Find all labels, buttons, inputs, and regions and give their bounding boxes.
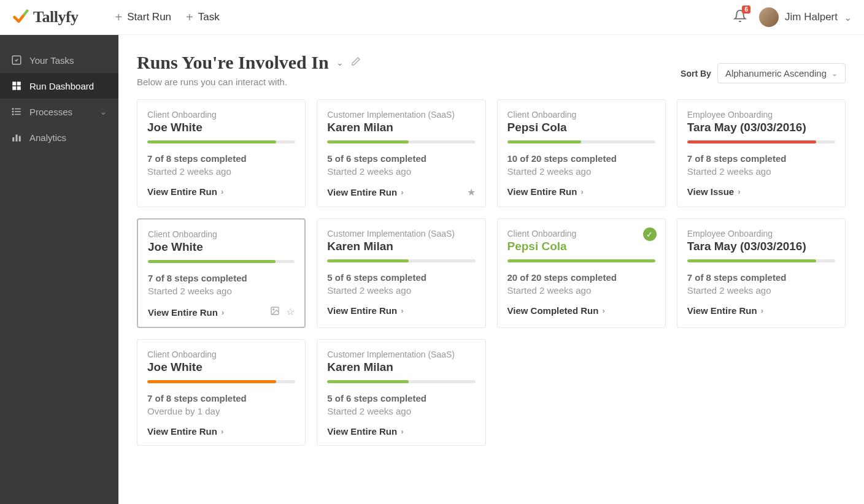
view-run-link[interactable]: View Entire Run ›: [148, 307, 224, 318]
run-started: Started 2 weeks ago: [327, 406, 475, 416]
run-category: Client Onboarding: [507, 110, 655, 120]
run-started: Started 2 weeks ago: [148, 286, 295, 296]
run-card[interactable]: Customer Implementation (SaaS) Karen Mil…: [317, 339, 485, 446]
sort-label: Sort By: [681, 69, 711, 78]
chevron-down-icon: ⌄: [831, 69, 838, 78]
sidebar-item-label: Run Dashboard: [29, 81, 94, 91]
chevron-right-icon: ›: [401, 306, 403, 315]
header-actions: + Start Run + Task: [115, 10, 220, 25]
view-run-link[interactable]: View Issue ›: [687, 186, 741, 197]
run-card[interactable]: Client Onboarding Pepsi Cola 10 of 20 st…: [497, 99, 666, 207]
run-title: Joe White: [147, 361, 295, 374]
svg-point-8: [12, 109, 14, 110]
svg-rect-4: [17, 86, 21, 90]
chevron-down-icon[interactable]: ⌄: [336, 58, 344, 67]
sidebar-item-analytics[interactable]: Analytics: [0, 124, 118, 150]
avatar: [759, 7, 779, 27]
image-icon[interactable]: [270, 306, 280, 318]
run-card[interactable]: Employee Onboarding Tara May (03/03/2016…: [677, 99, 846, 207]
run-category: Customer Implementation (SaaS): [327, 110, 475, 120]
run-steps: 5 of 6 steps completed: [327, 272, 475, 283]
progress-bar: [507, 140, 655, 143]
view-run-link[interactable]: View Entire Run ›: [687, 305, 763, 316]
sidebar-item-processes[interactable]: Processes ⌄: [0, 99, 118, 124]
sidebar-item-your-tasks[interactable]: Your Tasks: [0, 47, 118, 73]
run-category: Client Onboarding: [147, 110, 295, 120]
plus-icon: +: [115, 10, 123, 25]
sidebar-item-label: Processes: [29, 107, 72, 117]
run-card[interactable]: ✓ Client Onboarding Pepsi Cola 20 of 20 …: [497, 218, 666, 328]
header: Tallyfy + Start Run + Task 6 Jim Halpert: [0, 0, 864, 35]
run-title: Joe White: [148, 240, 295, 254]
run-steps: 7 of 8 steps completed: [147, 393, 295, 403]
check-square-icon: [11, 55, 22, 66]
chevron-right-icon: ›: [222, 308, 224, 317]
run-category: Client Onboarding: [148, 229, 295, 239]
start-run-button[interactable]: + Start Run: [115, 10, 172, 25]
svg-rect-12: [16, 135, 18, 142]
progress-bar: [687, 140, 835, 143]
view-run-link[interactable]: View Entire Run ›: [327, 187, 403, 197]
sidebar-item-run-dashboard[interactable]: Run Dashboard: [0, 73, 118, 99]
sidebar-item-label: Analytics: [29, 132, 66, 143]
run-started: Started 2 weeks ago: [327, 285, 475, 296]
run-card[interactable]: Customer Implementation (SaaS) Karen Mil…: [317, 218, 485, 328]
svg-rect-11: [12, 137, 14, 142]
view-run-link[interactable]: View Entire Run ›: [507, 186, 584, 197]
chevron-right-icon: ›: [738, 187, 740, 196]
sort-select[interactable]: Alphanumeric Ascending ⌄: [717, 63, 846, 83]
start-run-label: Start Run: [127, 11, 171, 23]
svg-rect-3: [12, 86, 16, 90]
run-title: Pepsi Cola: [507, 121, 655, 134]
run-title: Pepsi Cola: [507, 240, 655, 253]
task-button[interactable]: + Task: [186, 10, 220, 25]
grid-icon: [11, 80, 22, 91]
view-run-label: View Entire Run: [327, 187, 397, 197]
chevron-right-icon: ›: [221, 427, 223, 436]
run-card[interactable]: Client Onboarding Joe White 7 of 8 steps…: [137, 339, 306, 446]
view-run-link[interactable]: View Entire Run ›: [327, 426, 403, 437]
notifications-button[interactable]: 6: [733, 9, 747, 25]
star-icon[interactable]: ★: [467, 186, 476, 198]
run-card[interactable]: Customer Implementation (SaaS) Karen Mil…: [317, 99, 485, 207]
run-card[interactable]: Employee Onboarding Tara May (03/03/2016…: [677, 218, 846, 328]
view-run-label: View Entire Run: [147, 426, 217, 437]
run-title: Tara May (03/03/2016): [687, 240, 835, 253]
sort-control: Sort By Alphanumeric Ascending ⌄: [681, 63, 846, 83]
view-run-label: View Completed Run: [507, 305, 599, 316]
run-category: Employee Onboarding: [687, 229, 835, 239]
progress-bar: [327, 380, 475, 383]
run-started: Started 2 weeks ago: [327, 166, 475, 177]
body: Your Tasks Run Dashboard Processes ⌄ Ana…: [0, 35, 864, 504]
notification-count: 6: [742, 6, 750, 13]
run-steps: 7 of 8 steps completed: [687, 272, 835, 283]
star-outline-icon[interactable]: ☆: [286, 306, 295, 318]
user-menu[interactable]: Jim Halpert ⌄: [759, 7, 852, 27]
chevron-right-icon: ›: [580, 187, 583, 196]
list-icon: [11, 106, 22, 117]
svg-rect-2: [17, 82, 21, 85]
view-run-link[interactable]: View Entire Run ›: [147, 426, 223, 437]
run-steps: 10 of 20 steps completed: [507, 153, 655, 164]
run-category: Client Onboarding: [147, 349, 295, 359]
sidebar-item-label: Your Tasks: [29, 55, 74, 66]
svg-point-15: [273, 309, 274, 310]
view-run-link[interactable]: View Entire Run ›: [147, 186, 223, 197]
svg-rect-1: [12, 82, 16, 85]
run-card[interactable]: Client Onboarding Joe White 7 of 8 steps…: [137, 99, 306, 207]
run-steps: 5 of 6 steps completed: [327, 393, 475, 403]
run-started: Overdue by 1 day: [147, 406, 295, 416]
check-badge-icon: ✓: [643, 227, 657, 241]
run-started: Started 2 weeks ago: [507, 166, 655, 177]
view-run-label: View Entire Run: [148, 307, 218, 318]
edit-icon[interactable]: [351, 56, 361, 69]
run-card[interactable]: Client Onboarding Joe White 7 of 8 steps…: [137, 218, 306, 328]
chevron-down-icon: ⌄: [99, 106, 107, 117]
chevron-down-icon: ⌄: [844, 12, 852, 23]
logo[interactable]: Tallyfy: [12, 8, 79, 26]
plus-icon: +: [186, 10, 193, 25]
view-run-link[interactable]: View Entire Run ›: [327, 305, 403, 316]
run-steps: 7 of 8 steps completed: [687, 153, 835, 164]
view-run-link[interactable]: View Completed Run ›: [507, 305, 605, 316]
svg-point-10: [12, 114, 14, 115]
